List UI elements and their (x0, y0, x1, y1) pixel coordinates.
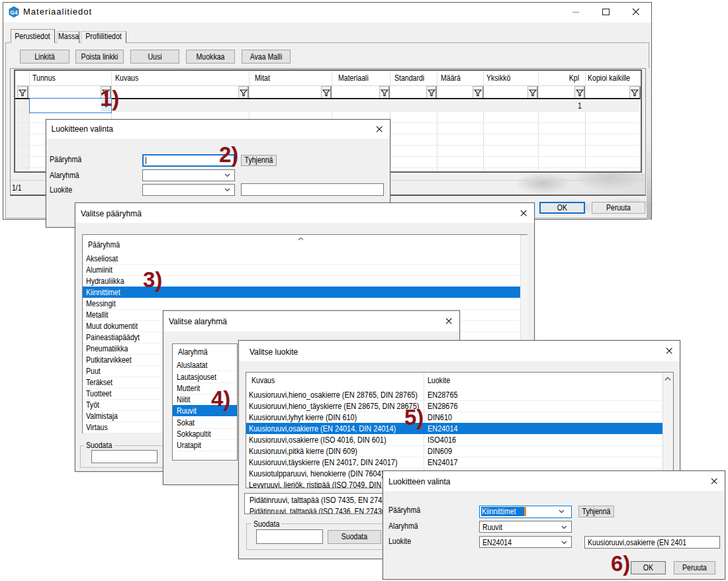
svg-text:G4: G4 (11, 10, 18, 16)
